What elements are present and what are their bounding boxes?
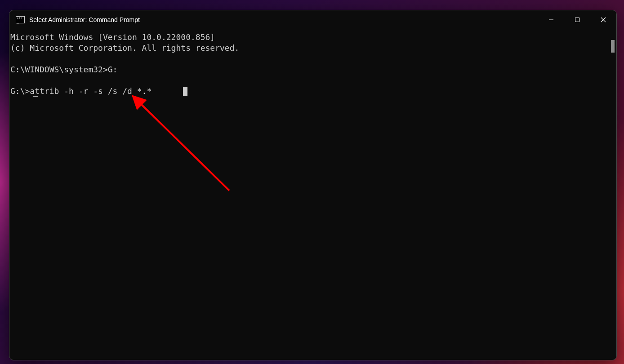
svg-rect-1 xyxy=(575,18,579,22)
titlebar[interactable]: Select Administrator: Command Prompt xyxy=(9,10,616,29)
minimize-icon xyxy=(548,17,554,22)
maximize-button[interactable] xyxy=(564,10,590,29)
close-icon xyxy=(601,17,606,22)
prompt-text: G:\> xyxy=(10,86,30,96)
desktop-background: Select Administrator: Command Prompt xyxy=(0,0,624,364)
output-line: Microsoft Windows [Version 10.0.22000.85… xyxy=(10,32,215,42)
command-prompt-window: Select Administrator: Command Prompt xyxy=(9,10,617,360)
cmd-icon xyxy=(16,16,25,23)
terminal-output[interactable]: Microsoft Windows [Version 10.0.22000.85… xyxy=(9,32,608,360)
command-text: attrib -h -r -s /s /d *.* xyxy=(30,86,152,96)
close-button[interactable] xyxy=(590,10,616,29)
output-line: C:\WINDOWS\system32>G: xyxy=(10,65,117,74)
scrollbar-thumb[interactable] xyxy=(611,40,615,53)
selection-underline xyxy=(33,96,38,97)
minimize-button[interactable] xyxy=(538,10,564,29)
scrollbar[interactable] xyxy=(609,32,615,357)
maximize-icon xyxy=(575,17,580,22)
terminal-area[interactable]: Microsoft Windows [Version 10.0.22000.85… xyxy=(9,29,616,360)
output-line: (c) Microsoft Corporation. All rights re… xyxy=(10,43,239,53)
window-controls xyxy=(538,10,616,29)
text-cursor xyxy=(183,87,187,96)
window-title: Select Administrator: Command Prompt xyxy=(29,16,140,23)
